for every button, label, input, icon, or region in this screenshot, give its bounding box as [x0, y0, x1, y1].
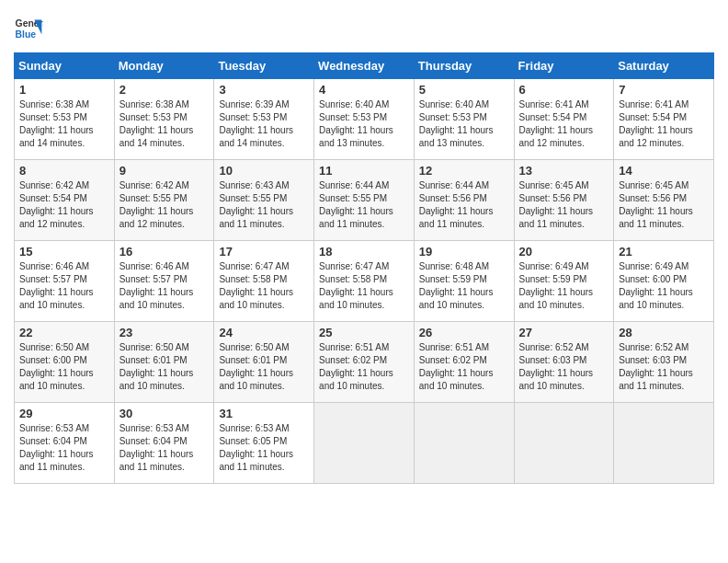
calendar-cell [314, 403, 415, 484]
calendar-cell: 9Sunrise: 6:42 AMSunset: 5:55 PMDaylight… [114, 160, 214, 241]
calendar-cell: 1Sunrise: 6:38 AMSunset: 5:53 PMDaylight… [15, 79, 115, 160]
page-header: General Blue [14, 14, 714, 43]
cell-info: Sunrise: 6:53 AMSunset: 6:04 PMDaylight:… [119, 423, 194, 472]
calendar-cell: 10Sunrise: 6:43 AMSunset: 5:55 PMDayligh… [214, 160, 314, 241]
calendar-cell: 11Sunrise: 6:44 AMSunset: 5:55 PMDayligh… [314, 160, 415, 241]
calendar-cell: 26Sunrise: 6:51 AMSunset: 6:02 PMDayligh… [414, 322, 514, 403]
calendar-week-5: 29Sunrise: 6:53 AMSunset: 6:04 PMDayligh… [15, 403, 714, 484]
day-number: 29 [19, 407, 109, 420]
calendar-cell: 16Sunrise: 6:46 AMSunset: 5:57 PMDayligh… [114, 241, 214, 322]
day-number: 2 [119, 83, 210, 97]
cell-info: Sunrise: 6:52 AMSunset: 6:03 PMDaylight:… [519, 342, 594, 391]
cell-info: Sunrise: 6:48 AMSunset: 5:59 PMDaylight:… [419, 261, 494, 310]
calendar-cell: 2Sunrise: 6:38 AMSunset: 5:53 PMDaylight… [114, 79, 214, 160]
cell-info: Sunrise: 6:53 AMSunset: 6:04 PMDaylight:… [19, 423, 94, 472]
day-number: 17 [219, 245, 309, 259]
day-number: 14 [619, 164, 709, 178]
column-header-tuesday: Tuesday [214, 53, 314, 79]
cell-info: Sunrise: 6:47 AMSunset: 5:58 PMDaylight:… [219, 261, 293, 310]
day-number: 19 [419, 245, 509, 259]
cell-info: Sunrise: 6:52 AMSunset: 6:03 PMDaylight:… [619, 342, 693, 391]
column-header-sunday: Sunday [15, 53, 115, 79]
calendar-cell: 5Sunrise: 6:40 AMSunset: 5:53 PMDaylight… [414, 79, 514, 160]
logo-icon: General Blue [14, 14, 43, 43]
calendar-header-row: SundayMondayTuesdayWednesdayThursdayFrid… [15, 53, 714, 79]
calendar-cell [514, 403, 614, 484]
cell-info: Sunrise: 6:42 AMSunset: 5:55 PMDaylight:… [119, 180, 194, 229]
day-number: 3 [219, 83, 309, 97]
cell-info: Sunrise: 6:47 AMSunset: 5:58 PMDaylight:… [319, 261, 393, 310]
day-number: 1 [19, 83, 109, 97]
calendar-cell: 24Sunrise: 6:50 AMSunset: 6:01 PMDayligh… [214, 322, 314, 403]
calendar-cell: 21Sunrise: 6:49 AMSunset: 6:00 PMDayligh… [614, 241, 714, 322]
column-header-wednesday: Wednesday [314, 53, 415, 79]
column-header-monday: Monday [114, 53, 214, 79]
cell-info: Sunrise: 6:41 AMSunset: 5:54 PMDaylight:… [519, 99, 594, 148]
calendar-cell [614, 403, 714, 484]
day-number: 30 [119, 407, 210, 420]
calendar-cell: 30Sunrise: 6:53 AMSunset: 6:04 PMDayligh… [114, 403, 214, 484]
day-number: 26 [419, 326, 509, 339]
calendar-week-1: 1Sunrise: 6:38 AMSunset: 5:53 PMDaylight… [15, 79, 714, 160]
day-number: 20 [519, 245, 609, 259]
calendar-cell: 31Sunrise: 6:53 AMSunset: 6:05 PMDayligh… [214, 403, 314, 484]
calendar-cell: 23Sunrise: 6:50 AMSunset: 6:01 PMDayligh… [114, 322, 214, 403]
day-number: 27 [519, 326, 609, 339]
day-number: 31 [219, 407, 309, 420]
day-number: 21 [619, 245, 709, 259]
cell-info: Sunrise: 6:41 AMSunset: 5:54 PMDaylight:… [619, 99, 693, 148]
day-number: 4 [319, 83, 409, 97]
cell-info: Sunrise: 6:43 AMSunset: 5:55 PMDaylight:… [219, 180, 293, 229]
day-number: 24 [219, 326, 309, 339]
cell-info: Sunrise: 6:38 AMSunset: 5:53 PMDaylight:… [19, 99, 94, 148]
cell-info: Sunrise: 6:46 AMSunset: 5:57 PMDaylight:… [119, 261, 194, 310]
calendar-cell: 15Sunrise: 6:46 AMSunset: 5:57 PMDayligh… [15, 241, 115, 322]
day-number: 5 [419, 83, 509, 97]
day-number: 9 [119, 164, 210, 178]
day-number: 6 [519, 83, 609, 97]
cell-info: Sunrise: 6:49 AMSunset: 6:00 PMDaylight:… [619, 261, 693, 310]
day-number: 15 [19, 245, 109, 259]
svg-text:Blue: Blue [16, 29, 37, 40]
calendar-cell: 22Sunrise: 6:50 AMSunset: 6:00 PMDayligh… [15, 322, 115, 403]
cell-info: Sunrise: 6:49 AMSunset: 5:59 PMDaylight:… [519, 261, 594, 310]
logo: General Blue [14, 14, 43, 43]
cell-info: Sunrise: 6:53 AMSunset: 6:05 PMDaylight:… [219, 423, 293, 472]
calendar-cell: 20Sunrise: 6:49 AMSunset: 5:59 PMDayligh… [514, 241, 614, 322]
calendar-cell: 6Sunrise: 6:41 AMSunset: 5:54 PMDaylight… [514, 79, 614, 160]
day-number: 13 [519, 164, 609, 178]
cell-info: Sunrise: 6:51 AMSunset: 6:02 PMDaylight:… [319, 342, 393, 391]
calendar-body: 1Sunrise: 6:38 AMSunset: 5:53 PMDaylight… [15, 79, 714, 484]
calendar-cell: 13Sunrise: 6:45 AMSunset: 5:56 PMDayligh… [514, 160, 614, 241]
calendar-cell: 29Sunrise: 6:53 AMSunset: 6:04 PMDayligh… [15, 403, 115, 484]
calendar-cell: 17Sunrise: 6:47 AMSunset: 5:58 PMDayligh… [214, 241, 314, 322]
cell-info: Sunrise: 6:51 AMSunset: 6:02 PMDaylight:… [419, 342, 494, 391]
cell-info: Sunrise: 6:38 AMSunset: 5:53 PMDaylight:… [119, 99, 194, 148]
day-number: 16 [119, 245, 210, 259]
calendar-cell: 28Sunrise: 6:52 AMSunset: 6:03 PMDayligh… [614, 322, 714, 403]
calendar-cell: 7Sunrise: 6:41 AMSunset: 5:54 PMDaylight… [614, 79, 714, 160]
cell-info: Sunrise: 6:40 AMSunset: 5:53 PMDaylight:… [419, 99, 494, 148]
cell-info: Sunrise: 6:50 AMSunset: 6:01 PMDaylight:… [219, 342, 293, 391]
cell-info: Sunrise: 6:50 AMSunset: 6:00 PMDaylight:… [19, 342, 94, 391]
day-number: 18 [319, 245, 409, 259]
day-number: 28 [619, 326, 709, 339]
calendar-week-2: 8Sunrise: 6:42 AMSunset: 5:54 PMDaylight… [15, 160, 714, 241]
calendar-cell: 27Sunrise: 6:52 AMSunset: 6:03 PMDayligh… [514, 322, 614, 403]
calendar-cell: 19Sunrise: 6:48 AMSunset: 5:59 PMDayligh… [414, 241, 514, 322]
calendar-week-3: 15Sunrise: 6:46 AMSunset: 5:57 PMDayligh… [15, 241, 714, 322]
column-header-thursday: Thursday [414, 53, 514, 79]
day-number: 22 [19, 326, 109, 339]
calendar-table: SundayMondayTuesdayWednesdayThursdayFrid… [14, 52, 714, 484]
calendar-week-4: 22Sunrise: 6:50 AMSunset: 6:00 PMDayligh… [15, 322, 714, 403]
day-number: 7 [619, 83, 709, 97]
calendar-cell [414, 403, 514, 484]
day-number: 25 [319, 326, 409, 339]
cell-info: Sunrise: 6:44 AMSunset: 5:56 PMDaylight:… [419, 180, 494, 229]
day-number: 11 [319, 164, 409, 178]
cell-info: Sunrise: 6:50 AMSunset: 6:01 PMDaylight:… [119, 342, 194, 391]
cell-info: Sunrise: 6:39 AMSunset: 5:53 PMDaylight:… [219, 99, 293, 148]
cell-info: Sunrise: 6:44 AMSunset: 5:55 PMDaylight:… [319, 180, 393, 229]
column-header-saturday: Saturday [614, 53, 714, 79]
calendar-cell: 14Sunrise: 6:45 AMSunset: 5:56 PMDayligh… [614, 160, 714, 241]
